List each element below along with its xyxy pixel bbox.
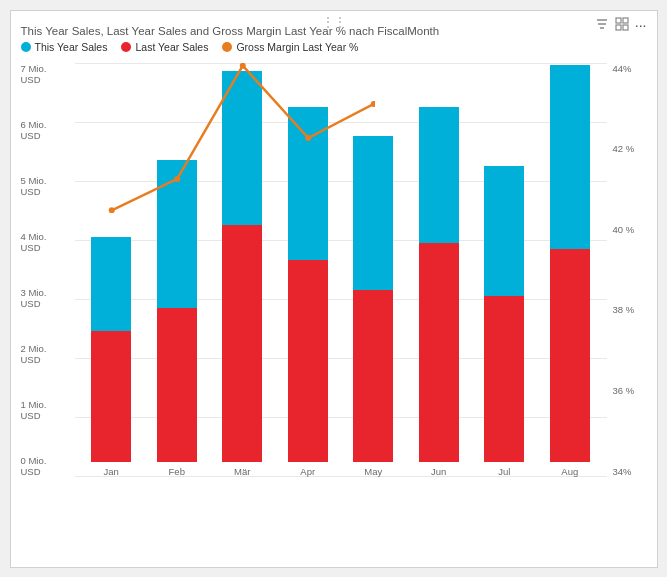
y-axis-left-label: 5 Mio. USD [21, 175, 69, 197]
bar-stack [353, 136, 393, 461]
legend-color-dot [121, 42, 131, 52]
bar-month-label: Mär [234, 466, 250, 477]
bar-month-label: Jan [104, 466, 119, 477]
this-year-segment [353, 136, 393, 290]
svg-rect-6 [623, 25, 628, 30]
y-axis-right-label: 38 % [613, 304, 635, 315]
filter-icon[interactable] [595, 17, 609, 34]
last-year-segment [91, 331, 131, 461]
this-year-segment [419, 107, 459, 243]
legend-color-dot [222, 42, 232, 52]
last-year-segment [353, 290, 393, 462]
last-year-segment [550, 249, 590, 462]
bars-area: JanFebMärAprMayJunJulAug [75, 63, 607, 477]
legend-item: Last Year Sales [121, 41, 208, 53]
y-axis-left-label: 4 Mio. USD [21, 231, 69, 253]
last-year-segment [288, 260, 328, 461]
y-axis-left: 0 Mio. USD1 Mio. USD2 Mio. USD3 Mio. USD… [21, 59, 75, 499]
y-axis-right-label: 36 % [613, 385, 635, 396]
y-axis-right-label: 40 % [613, 224, 635, 235]
bar-group: May [345, 136, 401, 476]
bar-month-label: Aug [561, 466, 578, 477]
bar-group: Jul [476, 166, 532, 477]
chart-area: 0 Mio. USD1 Mio. USD2 Mio. USD3 Mio. USD… [21, 59, 645, 499]
y-axis-left-label: 3 Mio. USD [21, 287, 69, 309]
svg-rect-4 [623, 18, 628, 23]
chart-container: ⋮⋮ ··· This Year Sales, Last Year Sales … [10, 10, 658, 568]
this-year-segment [222, 71, 262, 225]
expand-icon[interactable] [615, 17, 629, 34]
y-axis-right: 34%36 %38 %40 %42 %44% [607, 59, 645, 499]
y-axis-left-label: 6 Mio. USD [21, 119, 69, 141]
bar-stack [484, 166, 524, 462]
last-year-segment [419, 243, 459, 462]
bar-month-label: Apr [300, 466, 315, 477]
bar-stack [550, 65, 590, 461]
this-year-segment [91, 237, 131, 332]
bar-stack [222, 71, 262, 461]
y-axis-left-label: 7 Mio. USD [21, 63, 69, 85]
bar-group: Jan [83, 237, 139, 477]
bar-stack [91, 237, 131, 462]
this-year-segment [288, 107, 328, 261]
bar-group: Apr [280, 107, 336, 477]
this-year-segment [484, 166, 524, 296]
svg-rect-5 [616, 25, 621, 30]
bar-stack [419, 107, 459, 462]
legend-label: Last Year Sales [135, 41, 208, 53]
y-axis-right-label: 34% [613, 466, 632, 477]
legend-item: Gross Margin Last Year % [222, 41, 358, 53]
last-year-segment [157, 308, 197, 462]
y-axis-right-label: 42 % [613, 143, 635, 154]
y-axis-left-label: 1 Mio. USD [21, 399, 69, 421]
bar-month-label: Feb [169, 466, 185, 477]
drag-handle[interactable]: ⋮⋮ [322, 15, 346, 29]
bar-month-label: Jul [498, 466, 510, 477]
chart-inner: JanFebMärAprMayJunJulAug [75, 59, 607, 499]
y-axis-right-label: 44% [613, 63, 632, 74]
more-options-icon[interactable]: ··· [635, 17, 647, 33]
legend-label: Gross Margin Last Year % [236, 41, 358, 53]
svg-rect-3 [616, 18, 621, 23]
bar-group: Jun [411, 107, 467, 477]
legend: This Year SalesLast Year SalesGross Marg… [21, 41, 645, 53]
legend-label: This Year Sales [35, 41, 108, 53]
bar-stack [157, 160, 197, 462]
this-year-segment [550, 65, 590, 248]
last-year-segment [484, 296, 524, 462]
bar-group: Feb [149, 160, 205, 477]
legend-item: This Year Sales [21, 41, 108, 53]
bar-month-label: Jun [431, 466, 446, 477]
top-bar: ··· [595, 17, 647, 34]
bar-stack [288, 107, 328, 462]
y-axis-left-label: 0 Mio. USD [21, 455, 69, 477]
bar-month-label: May [364, 466, 382, 477]
bar-group: Aug [542, 65, 598, 476]
bar-group: Mär [214, 71, 270, 476]
this-year-segment [157, 160, 197, 308]
legend-color-dot [21, 42, 31, 52]
last-year-segment [222, 225, 262, 462]
y-axis-left-label: 2 Mio. USD [21, 343, 69, 365]
